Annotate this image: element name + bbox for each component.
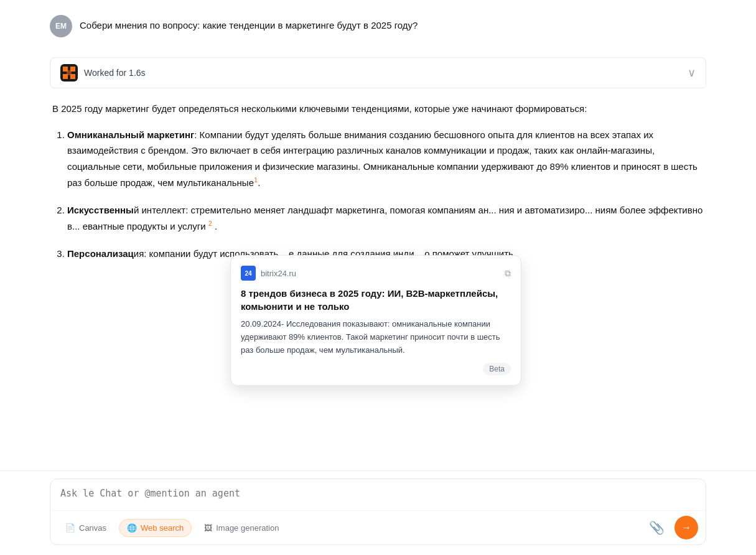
websearch-label: Web search [141, 523, 184, 533]
input-box: 📄 Canvas 🌐 Web search 🖼 Image generation… [50, 478, 706, 545]
image-icon: 🖼 [204, 523, 212, 533]
tooltip-domain: bitrix24.ru [261, 269, 500, 278]
canvas-label: Canvas [79, 523, 106, 533]
chevron-down-icon: ∨ [688, 66, 696, 80]
beta-badge: Beta [483, 363, 511, 375]
attach-icon: 📎 [649, 521, 665, 534]
list-item: Омниканальный маркетинг: Компании будут … [67, 127, 704, 191]
send-icon: → [681, 522, 691, 533]
chat-area: EM Собери мнения по вопросу: какие тенде… [0, 0, 756, 470]
worked-text: Worked for 1.6s [84, 68, 681, 78]
input-toolbar: 📄 Canvas 🌐 Web search 🖼 Image generation… [50, 510, 706, 544]
input-area: 📄 Canvas 🌐 Web search 🖼 Image generation… [0, 470, 756, 555]
response-list: Омниканальный маркетинг: Компании будут … [52, 127, 704, 262]
image-generation-button[interactable]: 🖼 Image generation [197, 520, 286, 536]
response-content: В 2025 году маркетинг будет определяться… [50, 101, 706, 261]
mistral-icon [60, 64, 78, 82]
websearch-icon: 🌐 [127, 523, 137, 533]
canvas-icon: 📄 [65, 523, 75, 533]
chat-input[interactable] [50, 479, 706, 508]
image-label: Image generation [216, 523, 279, 533]
worked-bar[interactable]: Worked for 1.6s ∨ [50, 57, 706, 88]
list-item: Искусственный интеллект: стремительно ме… [67, 202, 704, 235]
tooltip-favicon: 24 [241, 266, 256, 281]
websearch-button[interactable]: 🌐 Web search [119, 519, 192, 537]
tooltip-title: 8 трендов бизнеса в 2025 году: ИИ, В2В-м… [241, 287, 511, 313]
tooltip-card: 24 bitrix24.ru ⧉ 8 трендов бизнеса в 202… [230, 255, 521, 386]
tooltip-header: 24 bitrix24.ru ⧉ [241, 266, 511, 281]
item-bold-3: Персонализац [67, 248, 134, 259]
item-bold-2: Искусственны [67, 205, 134, 215]
tooltip-date: 20.09.2024 [241, 319, 281, 329]
attach-button[interactable]: 📎 [644, 518, 670, 538]
send-button[interactable]: → [674, 516, 698, 539]
item-text-2: й интеллект: стремительно меняет ландшаф… [67, 205, 702, 232]
response-intro: В 2025 году маркетинг будет определяться… [52, 101, 704, 117]
citation-2[interactable]: 2 [208, 220, 212, 227]
citation-1[interactable]: 1 [254, 176, 258, 184]
tooltip-body: 20.09.2024- Исследования показывают: омн… [241, 318, 511, 357]
canvas-button[interactable]: 📄 Canvas [58, 520, 114, 536]
external-link-icon[interactable]: ⧉ [505, 268, 511, 279]
user-message: EM Собери мнения по вопросу: какие тенде… [50, 15, 706, 37]
assistant-block: Worked for 1.6s ∨ В 2025 году маркетинг … [50, 57, 706, 261]
user-text: Собери мнения по вопросу: какие тенденци… [80, 15, 418, 33]
item-bold-1: Омниканальный маркетинг [67, 129, 194, 140]
tooltip-beta-area: Beta [241, 363, 511, 375]
svg-rect-5 [67, 70, 72, 75]
user-avatar: EM [50, 15, 72, 37]
